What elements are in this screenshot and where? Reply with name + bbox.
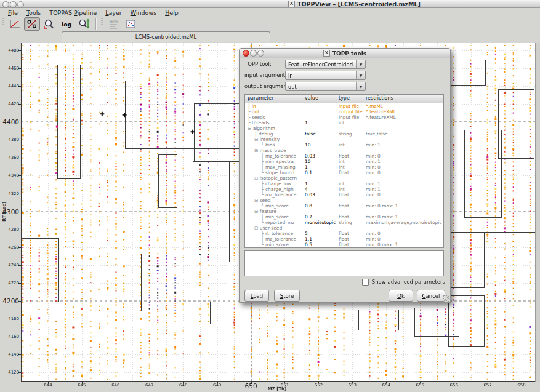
x-axis-title: MZ [Th] <box>259 386 296 391</box>
parameter-row-isotopic_pattern[interactable]: ⊟ isotopic_pattern <box>245 175 443 181</box>
parameter-row-mz_tolerance[interactable]: ├ mz_tolerance1.1floatmin: 0 <box>245 236 443 242</box>
topp-tool-select[interactable]: FeatureFinderCentroided ▼ <box>285 60 366 69</box>
parameter-row-min_spectra[interactable]: ├ min_spectra10intmin: 1 <box>245 159 443 164</box>
percentage-intensity-button[interactable] <box>24 17 40 31</box>
parameter-row-bins[interactable]: └ bins10intmin: 1 <box>245 142 443 148</box>
input-argument-label: input argument: <box>244 71 287 79</box>
menu-item-windows[interactable]: Windows <box>126 9 161 17</box>
1d-view-icon <box>9 18 21 30</box>
dialog-titlebar: X TOPP tools <box>240 49 450 58</box>
topp-tools-dialog: X TOPP tools TOPP tool: FeatureFinderCen… <box>239 48 451 303</box>
parameter-row-debug[interactable]: ├ debugfalsestringtrue,false <box>245 131 443 137</box>
chevron-down-icon: ▼ <box>356 60 365 68</box>
menu-item-toppas-pipeline[interactable]: TOPPAS Pipeline <box>45 9 101 17</box>
y-tick-label: 4260 <box>0 245 19 250</box>
menu-item-help[interactable]: Help <box>161 9 183 17</box>
tab-lcms-centroided[interactable]: LCMS-centroided.mzML <box>62 31 270 42</box>
show-advanced-label: Show advanced parameters <box>372 279 445 285</box>
y-tick-label: 4380 <box>0 137 19 142</box>
y-tick-label: 4220 <box>0 281 19 286</box>
output-argument-select[interactable]: out ▼ <box>285 82 366 91</box>
chevron-down-icon: ▼ <box>356 82 365 90</box>
parameter-row-min_score[interactable]: ├ min_score0.7floatmin: 0 max: 1 <box>245 214 443 220</box>
parameter-row-feature[interactable]: ⊟ feature <box>245 209 443 214</box>
vertical-scrollbar[interactable] <box>535 43 540 382</box>
menu-item-tools[interactable]: Tools <box>22 9 45 17</box>
tab-bar: LCMS-centroided.mzML <box>0 31 540 42</box>
percentage-icon <box>26 18 38 30</box>
parameter-row-in[interactable]: ├ ininput file*.mzML <box>245 103 443 109</box>
parameter-row-mz_tolerance[interactable]: ├ mz_tolerance0.03floatmin: 0 <box>245 153 443 159</box>
menu-bar: FileToolsTOPPAS PipelineLayerWindowsHelp <box>0 8 540 17</box>
window-close-button[interactable] <box>2 1 9 8</box>
parameter-row-max_missing[interactable]: ├ max_missing1intmin: 0 <box>245 164 443 170</box>
svg-text:m/m: m/m <box>110 19 118 23</box>
parameter-row-out[interactable]: ├ outoutput file*.featureXML <box>245 109 443 114</box>
window-title: X TOPPView – [LCMS-centroided.mzML] <box>288 1 421 7</box>
y-tick-label: 4200 <box>0 297 19 305</box>
store-button[interactable]: Store <box>274 290 300 302</box>
x-tick-label: 656 <box>443 383 465 388</box>
x-tick-label: 658 <box>510 383 533 388</box>
cancel-button[interactable]: Cancel <box>417 290 445 302</box>
log-intensity-button[interactable]: log <box>58 17 75 31</box>
magnifier-reset-icon <box>43 18 55 30</box>
toolbar-separator <box>95 18 96 30</box>
chevron-down-icon: ▼ <box>356 71 365 79</box>
magnifier-arrows-icon <box>78 18 90 30</box>
load-button[interactable]: Load <box>244 290 269 302</box>
toolbar-drag-handle[interactable] <box>2 18 4 30</box>
log-icon: log <box>60 18 73 30</box>
y-tick-label: 4240 <box>0 263 19 268</box>
y-tick-label: 4480 <box>0 48 19 53</box>
parameter-row-min_score[interactable]: └ min_score0.8floatmin: 0 max: 1 <box>245 203 443 209</box>
window-zoom-button[interactable] <box>17 1 24 8</box>
x-tick-label: 652 <box>307 383 329 388</box>
x-tick-label: 653 <box>341 383 363 388</box>
parameter-row-reported_mz[interactable]: └ reported_mzmonoisotopicstringmaximum,a… <box>245 220 443 225</box>
resize-grip[interactable] <box>443 295 449 302</box>
y-axis-title: RT [sec] <box>2 193 7 230</box>
msms-precursor-button[interactable]: m/m <box>106 17 122 31</box>
zoom-mode-button[interactable] <box>76 17 92 31</box>
zoom-reset-button[interactable] <box>41 17 57 31</box>
parameter-row-user-seed[interactable]: ⊟ user-seed <box>245 225 443 231</box>
parameter-row-rt_tolerance[interactable]: ├ rt_tolerance5floatmin: 0 <box>245 231 443 236</box>
input-argument-select[interactable]: in ▼ <box>285 71 366 80</box>
menu-item-file[interactable]: File <box>4 9 22 17</box>
parameter-row-mass_trace[interactable]: ⊟ mass_trace <box>245 148 443 153</box>
projections-button[interactable] <box>123 17 139 31</box>
window-minimize-button[interactable] <box>10 1 17 8</box>
parameter-row-charge_low[interactable]: ├ charge_low1intmin: 1 <box>245 181 443 186</box>
parameter-row-slope_bound[interactable]: └ slope_bound0.1floatmin: 0 <box>245 170 443 175</box>
x-tick-label: 647 <box>139 383 161 388</box>
parameter-row-seeds[interactable]: ├ seedsinput file*.featureXML <box>245 114 443 120</box>
parameter-row-intensity[interactable]: ⊟ intensity <box>245 137 443 142</box>
y-tick-label: 4460 <box>0 66 19 71</box>
x-tick-label: 644 <box>37 383 59 388</box>
parameter-row-seed[interactable]: ⊟ seed <box>245 198 443 203</box>
y-tick-label: 4160 <box>0 334 19 339</box>
parameter-row-algorithm[interactable]: ⊟ algorithm <box>245 126 443 131</box>
dialog-title: X TOPP tools <box>240 49 450 57</box>
topp-tool-label: TOPP tool: <box>244 60 272 68</box>
ok-button[interactable]: Ok <box>389 290 413 302</box>
y-tick-label: 4140 <box>0 352 19 357</box>
window-titlebar: X TOPPView – [LCMS-centroided.mzML] <box>0 0 540 8</box>
svg-text:log: log <box>62 21 72 28</box>
y-tick-label: 4180 <box>0 316 19 321</box>
parameter-row-charge_high[interactable]: ├ charge_high4intmin: 1 <box>245 186 443 192</box>
y-tick-label: 4360 <box>0 155 19 160</box>
parameter-row-min_score[interactable]: └ min_score0.5floatmin: 0 max: 1 <box>245 242 443 247</box>
menu-item-layer[interactable]: Layer <box>101 9 126 17</box>
y-tick-label: 4400 <box>0 118 19 126</box>
y-tick-label: 4420 <box>0 102 19 106</box>
parameter-row-threads[interactable]: ├ threads1int <box>245 120 443 126</box>
toolbar-drag-handle-2[interactable] <box>101 18 103 30</box>
1d-view-button[interactable] <box>7 17 23 31</box>
msms-icon: m/m <box>108 18 120 30</box>
show-advanced-checkbox[interactable] <box>362 279 369 286</box>
parameter-table-header: parameter value type restrictions <box>245 95 443 103</box>
parameter-row-mz_tolerance[interactable]: └ mz_tolerance0.03floatmin: 0 <box>245 192 443 198</box>
x-tick-label: 655 <box>409 383 431 388</box>
